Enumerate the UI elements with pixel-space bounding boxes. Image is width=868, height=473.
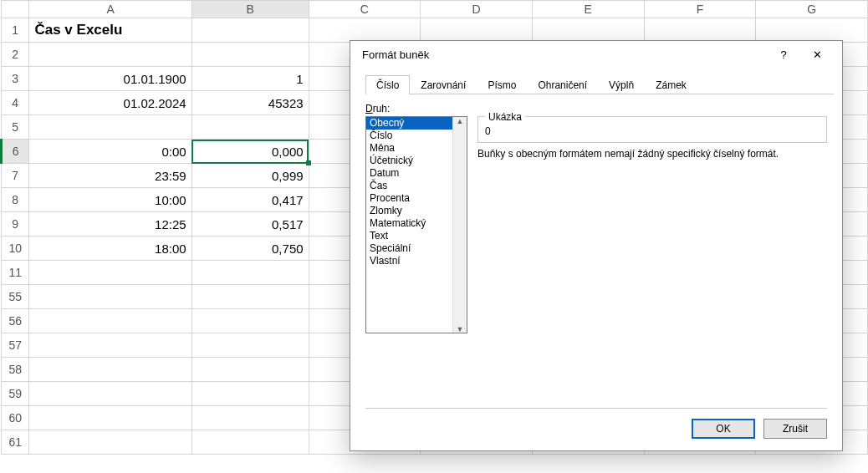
cell[interactable]: 45323 xyxy=(191,91,309,115)
cancel-button[interactable]: Zrušit xyxy=(763,419,827,439)
cell[interactable] xyxy=(191,115,309,140)
scroll-up-icon[interactable]: ▲ xyxy=(457,117,464,125)
cell[interactable] xyxy=(191,406,309,430)
cell[interactable]: 23:59 xyxy=(29,164,191,188)
row-head[interactable]: 56 xyxy=(2,309,29,333)
col-corner[interactable] xyxy=(2,1,29,18)
list-item[interactable]: Datum xyxy=(366,167,467,180)
row-head[interactable]: 8 xyxy=(2,188,29,212)
cell[interactable] xyxy=(29,43,191,67)
cell[interactable] xyxy=(191,18,309,43)
row-head[interactable]: 1 xyxy=(2,18,29,43)
cell[interactable] xyxy=(191,430,309,455)
cell[interactable] xyxy=(29,430,191,455)
list-item[interactable]: Čas xyxy=(366,180,467,192)
list-item[interactable]: Účetnický xyxy=(366,155,467,167)
row-head[interactable]: 58 xyxy=(2,358,29,382)
cell[interactable] xyxy=(29,285,191,309)
cell[interactable] xyxy=(191,382,309,406)
row-head[interactable]: 5 xyxy=(2,115,29,140)
col-head-B[interactable]: B xyxy=(191,1,309,18)
cell[interactable]: 18:00 xyxy=(29,237,191,261)
row-head[interactable]: 61 xyxy=(2,430,29,455)
cell[interactable]: 0,517 xyxy=(191,212,309,237)
cell[interactable] xyxy=(29,406,191,430)
cell[interactable] xyxy=(29,382,191,406)
list-item[interactable]: Zlomky xyxy=(366,205,467,217)
cell[interactable]: 0,999 xyxy=(191,164,309,188)
close-button[interactable]: ✕ xyxy=(800,43,834,67)
cell[interactable] xyxy=(29,261,191,285)
list-item[interactable]: Měna xyxy=(366,142,467,155)
cell[interactable] xyxy=(309,18,421,43)
cell[interactable] xyxy=(191,309,309,333)
tab-číslo[interactable]: Číslo xyxy=(365,75,410,94)
cell[interactable] xyxy=(191,333,309,358)
cell[interactable]: 01.01.1900 xyxy=(29,67,191,91)
cell[interactable]: 0,000 xyxy=(191,140,309,164)
scroll-down-icon[interactable]: ▼ xyxy=(457,325,464,333)
category-listbox[interactable]: ▲▼ ObecnýČísloMěnaÚčetnickýDatumČasProce… xyxy=(365,116,467,333)
row-head[interactable]: 6 xyxy=(2,140,29,164)
list-item[interactable]: Číslo xyxy=(366,130,467,142)
row-head[interactable]: 10 xyxy=(2,237,29,261)
dialog-title: Formát buněk xyxy=(362,48,429,61)
sample-value: 0 xyxy=(485,125,819,137)
cell[interactable]: Čas v Excelu xyxy=(29,18,191,43)
row-head[interactable]: 7 xyxy=(2,164,29,188)
row-head[interactable]: 3 xyxy=(2,67,29,91)
row-head[interactable]: 59 xyxy=(2,382,29,406)
dialog-titlebar[interactable]: Formát buněk ? ✕ xyxy=(350,41,842,69)
list-item[interactable]: Obecný xyxy=(366,117,467,130)
help-button[interactable]: ? xyxy=(767,43,800,67)
tab-zarovnání[interactable]: Zarovnání xyxy=(410,75,477,94)
row-head[interactable]: 57 xyxy=(2,333,29,358)
row-head[interactable]: 11 xyxy=(2,261,29,285)
tab-písmo[interactable]: Písmo xyxy=(477,75,527,94)
cell[interactable] xyxy=(29,333,191,358)
list-item[interactable]: Text xyxy=(366,230,467,242)
cell[interactable]: 1 xyxy=(191,67,309,91)
col-head-A[interactable]: A xyxy=(29,1,191,18)
cell[interactable] xyxy=(756,18,868,43)
cell[interactable]: 0,750 xyxy=(191,237,309,261)
cell[interactable] xyxy=(191,358,309,382)
row-head[interactable]: 4 xyxy=(2,91,29,115)
col-head-C[interactable]: C xyxy=(309,1,421,18)
cell[interactable] xyxy=(29,358,191,382)
col-head-F[interactable]: F xyxy=(644,1,756,18)
cell[interactable] xyxy=(421,18,533,43)
list-item[interactable]: Vlastní xyxy=(366,255,467,267)
cell[interactable] xyxy=(191,261,309,285)
list-item[interactable]: Speciální xyxy=(366,242,467,255)
col-head-G[interactable]: G xyxy=(756,1,868,18)
cell[interactable] xyxy=(29,115,191,140)
cell[interactable] xyxy=(532,18,644,43)
row-head[interactable]: 2 xyxy=(2,43,29,67)
list-item[interactable]: Procenta xyxy=(366,192,467,205)
col-head-D[interactable]: D xyxy=(421,1,533,18)
cell[interactable] xyxy=(191,43,309,67)
footer-divider xyxy=(365,408,827,409)
sample-label: Ukázka xyxy=(485,111,525,123)
cell[interactable]: 12:25 xyxy=(29,212,191,237)
cell[interactable]: 10:00 xyxy=(29,188,191,212)
cell[interactable]: 01.02.2024 xyxy=(29,91,191,115)
cell[interactable]: 0:00 xyxy=(29,140,191,164)
cell[interactable] xyxy=(29,309,191,333)
row-head[interactable]: 55 xyxy=(2,285,29,309)
cell[interactable] xyxy=(644,18,756,43)
row-head[interactable]: 9 xyxy=(2,212,29,237)
ok-button[interactable]: OK xyxy=(692,419,755,439)
tab-ohraničení[interactable]: Ohraničení xyxy=(527,75,598,94)
row-head[interactable]: 60 xyxy=(2,406,29,430)
druh-label: Druh: xyxy=(365,103,390,114)
list-item[interactable]: Matematický xyxy=(366,217,467,230)
col-head-E[interactable]: E xyxy=(532,1,644,18)
tab-zámek[interactable]: Zámek xyxy=(645,75,697,94)
cell[interactable] xyxy=(191,285,309,309)
tabstrip: ČísloZarovnáníPísmoOhraničeníVýplňZámek xyxy=(365,74,834,94)
cell[interactable]: 0,417 xyxy=(191,188,309,212)
listbox-scrollbar[interactable]: ▲▼ xyxy=(452,117,467,333)
tab-výplň[interactable]: Výplň xyxy=(598,75,645,94)
